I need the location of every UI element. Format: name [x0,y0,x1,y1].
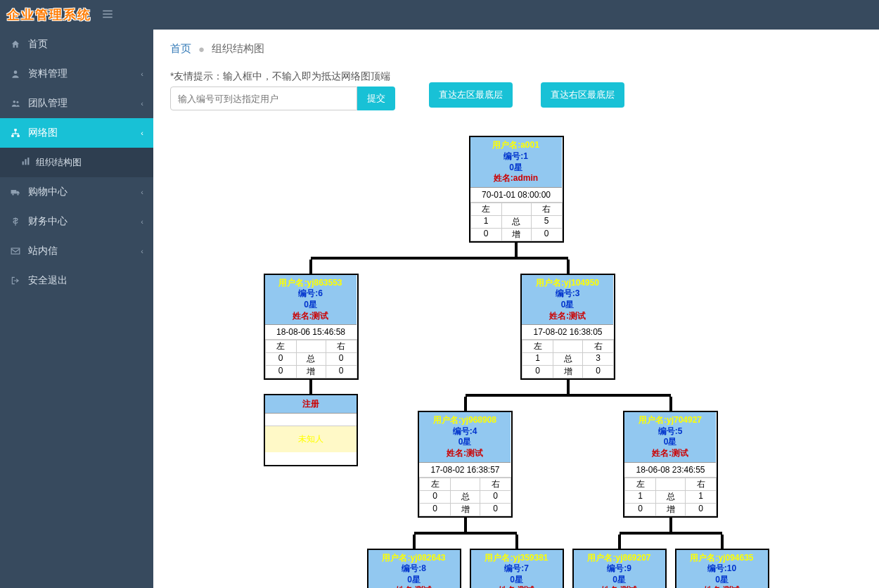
svg-rect-9 [23,162,24,165]
chevron-left-icon: ‹ [141,70,143,78]
tree-node[interactable]: 用户名:a001编号:10星姓名:admin70-01-01 08:00:00左… [469,136,564,242]
svg-point-14 [17,193,18,195]
logout-icon [10,275,21,286]
nav-logout[interactable]: 安全退出 [0,266,153,295]
svg-rect-10 [25,159,26,165]
home-icon [10,39,21,50]
nav-network[interactable]: 网络图‹ [0,118,153,148]
chevron-left-icon: ‹ [141,129,143,137]
bar-chart-icon [21,157,30,168]
user-search-input[interactable] [170,87,357,110]
svg-rect-8 [17,135,20,137]
jump-left-button[interactable]: 直达左区最底层 [429,82,513,108]
jump-right-button[interactable]: 直达右区最底层 [541,82,624,108]
user-icon [10,68,21,79]
svg-rect-6 [14,129,17,131]
tree-node[interactable]: 用户名:yj094635编号:100星姓名:测试 [675,549,769,588]
svg-point-13 [12,193,13,195]
nav-home[interactable]: 首页 [0,30,153,59]
dollar-icon [10,216,21,227]
nav-team[interactable]: 团队管理‹ [0,89,153,118]
chevron-left-icon: ‹ [141,99,143,108]
tree-node[interactable]: 用户名:yj863553编号:60星姓名:测试18-08-06 15:46:58… [264,274,359,380]
chevron-left-icon: ‹ [141,188,143,196]
tree-node[interactable]: 用户名:yj869207编号:90星姓名:测试 [572,549,667,588]
svg-point-3 [14,70,18,74]
svg-point-5 [16,101,18,103]
truck-icon [10,186,21,198]
chevron-left-icon: ‹ [141,217,143,226]
breadcrumb-home[interactable]: 首页 [170,42,191,56]
breadcrumb-current: 组织结构图 [212,42,264,56]
chevron-left-icon: ‹ [141,247,143,255]
tree-node[interactable]: 用户名:yj104950编号:30星姓名:测试17-08-02 16:38:05… [520,274,615,380]
org-tree: 用户名:a001编号:10星姓名:admin70-01-01 08:00:00左… [153,122,879,588]
tree-node[interactable]: 用户名:yj082643编号:80星姓名:测试 [367,549,461,588]
svg-rect-7 [11,135,14,137]
breadcrumb: 首页 ● 组织结构图 [153,30,879,68]
svg-rect-12 [11,190,17,193]
sitemap-icon [10,127,21,139]
svg-point-4 [13,101,16,103]
tree-node[interactable]: 用户名:yj359381编号:70星姓名:测试 [470,549,564,588]
users-icon [10,98,21,109]
nav-shop[interactable]: 购物中心‹ [0,177,153,207]
sidebar: 首页 资料管理‹ 团队管理‹ 网络图‹ 组织结构图 购物中心‹ 财务中心‹ 站 [0,30,153,588]
svg-rect-15 [11,248,20,254]
app-logo: 企业管理系统 [7,6,91,23]
mail-icon [10,245,21,257]
tree-node[interactable]: 用户名:yj704927编号:50星姓名:测试18-06-08 23:46:55… [623,411,718,517]
nav-mail[interactable]: 站内信‹ [0,236,153,266]
main-content: 首页 ● 组织结构图 友情提示：输入框中，不输入即为抵达网络图顶端 提交 直达左… [153,30,879,588]
nav-profile[interactable]: 资料管理‹ [0,59,153,89]
svg-rect-11 [27,158,29,165]
app-header: 企业管理系统 [0,0,879,30]
tree-node[interactable]: 用户名:yj968908编号:40星姓名:测试17-08-02 16:38:57… [418,411,513,517]
register-node[interactable]: 注册未知人 [264,394,358,466]
hint-text: 友情提示：输入框中，不输入即为抵达网络图顶端 [170,68,395,84]
nav-org-chart[interactable]: 组织结构图 [0,148,153,177]
menu-toggle-icon[interactable] [101,8,114,23]
nav-finance[interactable]: 财务中心‹ [0,207,153,236]
submit-button[interactable]: 提交 [357,87,395,110]
